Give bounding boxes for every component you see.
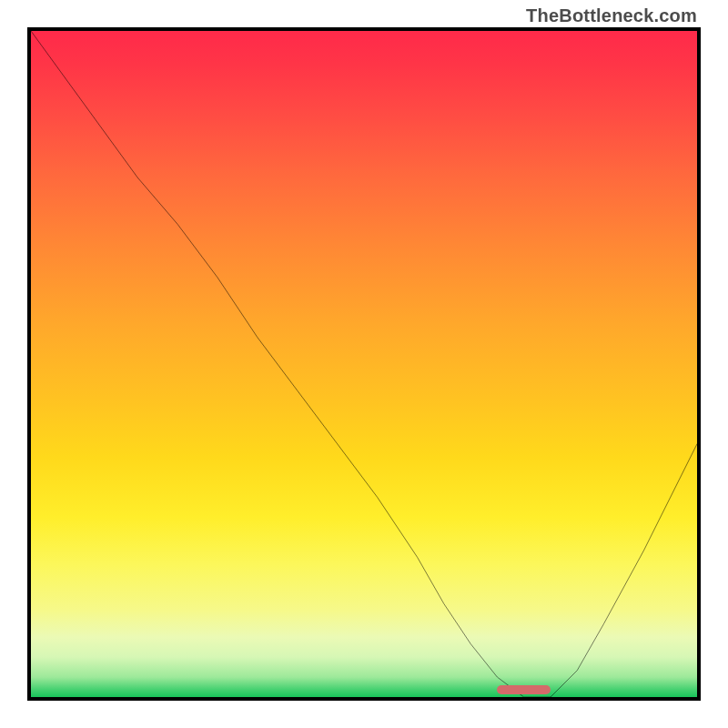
bottleneck-curve <box>31 31 697 697</box>
watermark-text: TheBottleneck.com <box>526 5 697 26</box>
plot-border-bottom <box>27 697 701 701</box>
minimum-band-marker <box>497 685 551 694</box>
plot-area <box>31 31 697 697</box>
plot-border-right <box>697 27 701 701</box>
plot-frame <box>27 27 701 701</box>
